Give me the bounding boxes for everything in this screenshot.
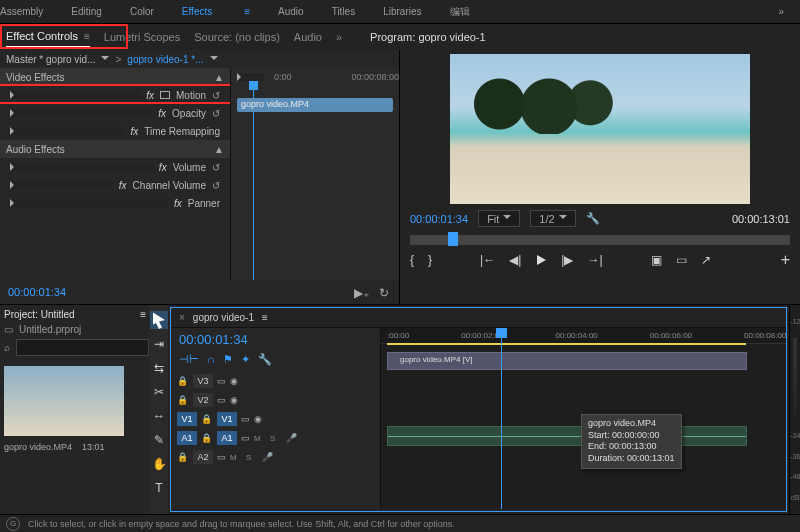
reset-icon[interactable]: ↺ xyxy=(212,90,220,101)
razor-tool-icon[interactable]: ✂ xyxy=(150,383,168,401)
tab-lumetri-scopes[interactable]: Lumetri Scopes xyxy=(104,27,180,47)
info-icon[interactable]: G xyxy=(6,517,20,531)
audio-effects-header[interactable]: Audio Effects ▲ xyxy=(0,140,230,158)
track-output-icon[interactable]: ▭ xyxy=(217,395,226,405)
track-toggle[interactable]: V3 xyxy=(193,374,213,388)
reset-icon[interactable]: ↺ xyxy=(212,162,220,173)
track-header-v2[interactable]: 🔒 V2 ▭ ◉ xyxy=(177,391,380,409)
voiceover-icon[interactable]: 🎤 xyxy=(262,452,273,462)
tab-effect-controls[interactable]: Effect Controls ≡ xyxy=(6,26,90,48)
audio-clip[interactable] xyxy=(387,426,747,446)
wrench-icon[interactable]: 🔧 xyxy=(258,353,272,366)
effect-channel-volume[interactable]: fx Channel Volume ↺ xyxy=(0,176,230,194)
close-tab-icon[interactable]: × xyxy=(179,312,185,323)
timeline-playhead[interactable] xyxy=(501,328,502,509)
panel-menu-icon[interactable]: ≡ xyxy=(84,31,90,42)
play-icon[interactable] xyxy=(535,254,547,266)
workspace-overflow-icon[interactable]: » xyxy=(778,6,784,17)
sequence-tab[interactable]: gopro video-1 xyxy=(193,312,254,323)
track-target-a1[interactable]: A1 xyxy=(217,431,237,445)
program-current-time[interactable]: 00:00:01:34 xyxy=(410,213,468,225)
goto-in-icon[interactable]: |← xyxy=(480,253,495,267)
timeline-playhead-time[interactable]: 00:00:01:34 xyxy=(171,328,380,351)
pen-tool-icon[interactable]: ✎ xyxy=(150,431,168,449)
timeline-tracks-area[interactable]: :00:00 00:00:02:00 00:00:04:00 00:00:06:… xyxy=(381,328,786,509)
work-area-bar[interactable] xyxy=(387,343,746,345)
slip-tool-icon[interactable]: ↔ xyxy=(150,407,168,425)
mini-playhead[interactable] xyxy=(253,86,254,280)
clip-thumbnail[interactable] xyxy=(4,366,124,436)
scrub-playhead[interactable] xyxy=(448,232,458,246)
track-output-icon[interactable]: ▭ xyxy=(241,433,250,443)
workspace-titles[interactable]: Titles xyxy=(332,6,356,17)
panel-menu-icon[interactable]: ≡ xyxy=(140,309,146,320)
mute-icon[interactable]: M xyxy=(254,434,266,443)
workspace-assembly[interactable]: Assembly xyxy=(0,6,43,17)
selection-tool-icon[interactable] xyxy=(150,311,168,329)
track-select-tool-icon[interactable]: ⇥ xyxy=(150,335,168,353)
ripple-edit-tool-icon[interactable]: ⇆ xyxy=(150,359,168,377)
video-clip[interactable]: gopro video.MP4 [V] xyxy=(387,352,747,370)
track-output-icon[interactable]: ▭ xyxy=(217,376,226,386)
workspace-audio[interactable]: Audio xyxy=(278,6,304,17)
track-toggle[interactable]: V2 xyxy=(193,393,213,407)
solo-icon[interactable]: S xyxy=(270,434,282,443)
type-tool-icon[interactable]: T xyxy=(150,479,168,497)
solo-icon[interactable]: S xyxy=(246,453,258,462)
eye-icon[interactable]: ◉ xyxy=(230,395,238,405)
linked-selection-icon[interactable]: ∩ xyxy=(207,353,215,366)
fit-dropdown[interactable]: Fit xyxy=(478,210,520,227)
track-toggle[interactable]: A2 xyxy=(193,450,213,464)
panel-menu-icon[interactable]: ≡ xyxy=(262,312,268,323)
video-effects-header[interactable]: Video Effects ▲ xyxy=(0,68,230,86)
voiceover-icon[interactable]: 🎤 xyxy=(286,433,297,443)
lock-icon[interactable]: 🔒 xyxy=(177,452,189,462)
track-header-v1[interactable]: V1 🔒 V1 ▭ ◉ xyxy=(177,410,380,428)
chevron-down-icon[interactable] xyxy=(101,53,109,66)
effect-opacity[interactable]: fx Opacity ↺ xyxy=(0,104,230,122)
eye-icon[interactable]: ◉ xyxy=(254,414,262,424)
track-output-icon[interactable]: ▭ xyxy=(241,414,250,424)
sequence-dropdown[interactable]: gopro video-1 *... xyxy=(127,54,203,65)
loop-icon[interactable]: ↻ xyxy=(379,286,389,300)
collapse-icon[interactable]: ▲ xyxy=(214,144,224,155)
effect-volume[interactable]: fx Volume ↺ xyxy=(0,158,230,176)
lock-icon[interactable]: 🔒 xyxy=(201,414,213,424)
program-video-frame[interactable] xyxy=(450,54,750,204)
track-output-icon[interactable]: ▭ xyxy=(217,452,226,462)
effect-mini-timeline[interactable]: 0:00 00:00:08:00 gopro video.MP4 xyxy=(230,68,399,280)
reset-icon[interactable]: ↺ xyxy=(212,180,220,191)
workspace-libraries[interactable]: Libraries xyxy=(383,6,421,17)
track-target-v1[interactable]: V1 xyxy=(217,412,237,426)
lock-icon[interactable]: 🔒 xyxy=(177,376,189,386)
effect-current-time[interactable]: 00:00:01:34 xyxy=(0,280,399,304)
project-search-input[interactable] xyxy=(16,339,149,356)
snap-icon[interactable]: ⊣⊢ xyxy=(179,353,199,366)
time-ruler[interactable]: :00:00 00:00:02:00 00:00:04:00 00:00:06:… xyxy=(381,328,786,344)
effect-motion[interactable]: fx Motion ↺ xyxy=(0,86,230,104)
effect-time-remapping[interactable]: fx Time Remapping xyxy=(0,122,230,140)
bin-icon[interactable]: ▭ xyxy=(4,324,13,335)
tab-audio[interactable]: Audio xyxy=(294,27,322,47)
workspace-menu-icon[interactable]: ≡ xyxy=(244,6,250,17)
mute-icon[interactable]: M xyxy=(230,453,242,462)
source-patch-a1[interactable]: A1 xyxy=(177,431,197,445)
settings-wrench-icon[interactable]: 🔧 xyxy=(586,212,600,225)
track-header-a2[interactable]: 🔒 A2 ▭ M S 🎤 xyxy=(177,448,380,466)
step-back-icon[interactable]: ◀| xyxy=(509,253,521,267)
effect-panner[interactable]: fx Panner xyxy=(0,194,230,212)
extract-icon[interactable]: ▭ xyxy=(676,253,687,267)
workspace-effects[interactable]: Effects xyxy=(182,6,212,17)
lock-icon[interactable]: 🔒 xyxy=(201,433,213,443)
mark-out-icon[interactable]: } xyxy=(428,253,432,267)
eye-icon[interactable]: ◉ xyxy=(230,376,238,386)
reset-icon[interactable]: ↺ xyxy=(212,108,220,119)
lift-icon[interactable]: ▣ xyxy=(651,253,662,267)
tab-source[interactable]: Source: (no clips) xyxy=(194,27,280,47)
collapse-icon[interactable]: ▲ xyxy=(214,72,224,83)
program-scrub-bar[interactable] xyxy=(410,235,790,245)
track-header-a1[interactable]: A1 🔒 A1 ▭ M S 🎤 xyxy=(177,429,380,447)
chevron-right-icon[interactable] xyxy=(237,73,264,81)
button-editor-plus-icon[interactable]: + xyxy=(781,251,790,269)
hand-tool-icon[interactable]: ✋ xyxy=(150,455,168,473)
